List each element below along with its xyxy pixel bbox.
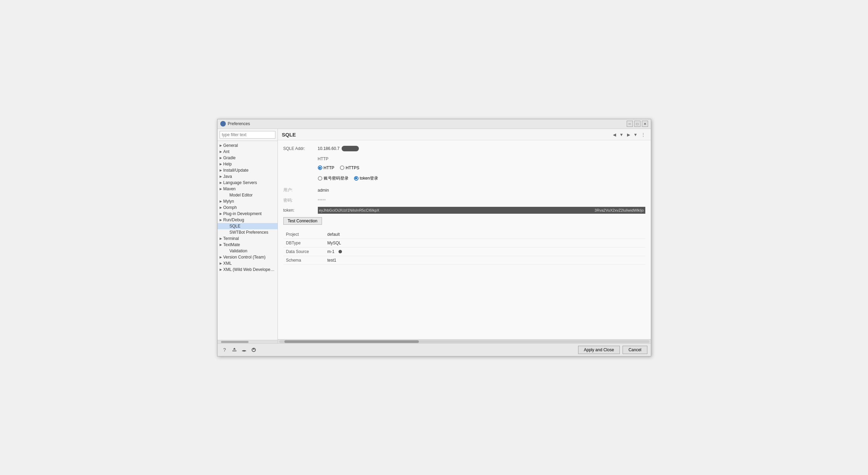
token-value-start: eyJhbGciOiJIUzI1NiIsInR5cCI6IkpX (318, 208, 381, 212)
revert-icon-button[interactable] (250, 346, 258, 354)
sidebar-item-xml-wild[interactable]: ▶ XML (Wild Web Develope… (218, 266, 277, 273)
minimize-button[interactable]: ─ (627, 121, 633, 127)
import-icon (232, 347, 237, 353)
maximize-button[interactable]: □ (634, 121, 640, 127)
user-row: 用户: admin (283, 186, 645, 194)
schema-label: Schema (283, 256, 325, 264)
revert-icon (251, 347, 256, 353)
chevron-right-icon: ▶ (220, 255, 222, 259)
sidebar-item-textmate[interactable]: ▶ TextMate (218, 242, 277, 248)
svg-rect-0 (232, 351, 236, 351)
forward-button[interactable]: ▶ (626, 132, 632, 138)
svg-marker-1 (233, 348, 236, 350)
sidebar-item-label: Ant (223, 149, 230, 154)
sidebar-item-validation[interactable]: Validation (218, 248, 277, 254)
import-icon-button[interactable] (231, 346, 238, 354)
info-table: Project default DBType MySQL Data Source… (283, 230, 645, 265)
chevron-right-icon: ▶ (220, 200, 222, 203)
dbtype-label: DBType (283, 239, 325, 247)
chevron-right-icon: ▶ (220, 144, 222, 147)
sidebar-item-label: General (223, 143, 238, 148)
more-button[interactable]: ⋮ (640, 132, 647, 138)
chevron-right-icon: ▶ (220, 175, 222, 178)
auth-password-label: 账号密码登录 (324, 175, 349, 181)
back-button[interactable]: ◀ (612, 132, 617, 138)
auth-token-radio[interactable] (354, 176, 359, 181)
sidebar-item-maven[interactable]: ▶ Maven (218, 186, 277, 192)
search-box (218, 129, 277, 141)
chevron-right-icon: ▶ (220, 187, 222, 191)
sidebar-item-ant[interactable]: ▶ Ant (218, 149, 277, 155)
horizontal-scrollbar[interactable] (278, 339, 651, 343)
test-connection-button[interactable]: Test Connection (283, 217, 322, 225)
auth-token-item[interactable]: token登录 (354, 175, 378, 181)
protocol-radio-row: HTTP HTTPS (283, 165, 645, 173)
sidebar-item-mylyn[interactable]: ▶ Mylyn (218, 198, 277, 204)
sidebar-item-sqle[interactable]: SQLE (218, 223, 277, 229)
nav-buttons: ◀ ▼ ▶ ▼ ⋮ (612, 132, 647, 138)
sidebar-item-model-editor[interactable]: Model Editor (218, 192, 277, 198)
sidebar-item-label: Help (223, 162, 232, 166)
https-radio-item[interactable]: HTTPS (340, 165, 359, 170)
https-radio-label: HTTPS (346, 165, 359, 170)
token-input-bar[interactable]: eyJhbGciOiJIUzI1NiIsInR5cCI6IkpX 3Rva2Vu… (318, 207, 645, 214)
user-label: 用户: (283, 187, 318, 193)
sidebar-item-run-debug[interactable]: ▶ Run/Debug (218, 217, 277, 223)
sidebar-item-label: Validation (230, 249, 248, 253)
datasource-indicator (339, 250, 342, 253)
project-label: Project (283, 230, 325, 239)
sidebar-item-gradle[interactable]: ▶ Gradle (218, 155, 277, 161)
sidebar-item-language-servers[interactable]: ▶ Language Servers (218, 180, 277, 186)
sidebar-item-plug-in-development[interactable]: ▶ Plug-in Development (218, 211, 277, 217)
sidebar-item-label: Plug-in Development (223, 211, 262, 216)
sidebar-item-label: Language Servers (223, 180, 257, 185)
auth-password-radio[interactable] (318, 176, 322, 181)
apply-close-button[interactable]: Apply and Close (578, 346, 620, 354)
sidebar-scrollbar[interactable] (218, 340, 277, 343)
sidebar-item-xml[interactable]: ▶ XML (218, 260, 277, 266)
http-radio-item[interactable]: HTTP (318, 165, 334, 170)
auth-token-label: token登录 (360, 175, 378, 181)
sidebar-item-version-control[interactable]: ▶ Version Control (Team) (218, 254, 277, 260)
right-panel: SQLE ◀ ▼ ▶ ▼ ⋮ SQLE Addr: 10.186.60.7 (278, 129, 651, 343)
sidebar-item-install-update[interactable]: ▶ Install/Update (218, 167, 277, 173)
auth-password-item[interactable]: 账号密码登录 (318, 175, 349, 181)
sidebar-item-terminal[interactable]: ▶ Terminal (218, 235, 277, 242)
dropdown2-button[interactable]: ▼ (632, 132, 639, 138)
sidebar-item-java[interactable]: ▶ Java (218, 173, 277, 180)
table-row: Schema test1 (283, 256, 645, 264)
sidebar-item-oomph[interactable]: ▶ Oomph (218, 204, 277, 211)
sidebar-item-general[interactable]: ▶ General (218, 142, 277, 149)
export-icon-button[interactable] (240, 346, 248, 354)
scrollbar-track (279, 340, 649, 343)
sqle-addr-input: 10.186.60.7 (318, 146, 359, 151)
chevron-right-icon: ▶ (220, 237, 222, 240)
dropdown-button[interactable]: ▼ (618, 132, 625, 138)
search-input[interactable] (220, 131, 275, 139)
token-row: token: eyJhbGciOiJIUzI1NiIsInR5cCI6IkpX … (283, 207, 645, 214)
sidebar-scrollbar-thumb (221, 341, 249, 343)
sqle-addr-row: SQLE Addr: 10.186.60.7 (283, 144, 645, 153)
window-title: Preferences (228, 121, 627, 126)
help-icon-button[interactable]: ? (221, 346, 229, 354)
password-value: ***** (318, 198, 326, 203)
schema-value: test1 (325, 256, 645, 264)
sidebar-item-swtbot[interactable]: SWTBot Preferences (218, 229, 277, 235)
cancel-button[interactable]: Cancel (623, 346, 647, 354)
sidebar-item-label: SQLE (230, 224, 241, 229)
sidebar-item-help[interactable]: ▶ Help (218, 161, 277, 167)
project-value: default (325, 230, 645, 239)
token-value-end: 3Rva2VuX2xvZ2luIiwidWlkIjo (593, 208, 645, 212)
panel-header: SQLE ◀ ▼ ▶ ▼ ⋮ (278, 129, 651, 140)
sidebar-item-label: Gradle (223, 155, 236, 160)
close-button[interactable]: ✕ (642, 121, 648, 127)
chevron-right-icon: ▶ (220, 268, 222, 271)
chevron-right-icon: ▶ (220, 150, 222, 153)
app-icon (220, 121, 226, 127)
sidebar-item-label: Run/Debug (223, 218, 244, 222)
chevron-right-icon: ▶ (220, 212, 222, 215)
chevron-right-icon: ▶ (220, 162, 222, 166)
http-radio[interactable] (318, 165, 322, 170)
auth-group: 账号密码登录 token登录 (318, 175, 378, 181)
https-radio[interactable] (340, 165, 344, 170)
